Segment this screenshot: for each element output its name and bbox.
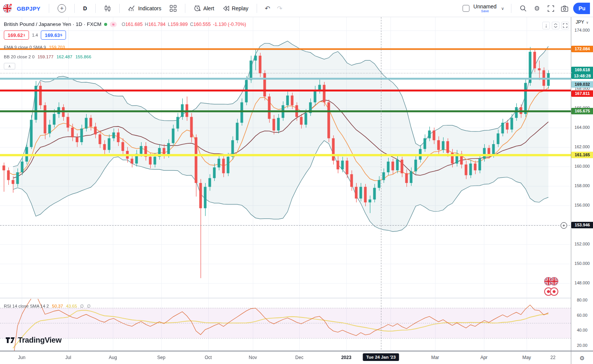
time-axis-settings[interactable]: ⚙ xyxy=(571,351,593,364)
grid-layout-icon xyxy=(170,5,177,12)
rsi-tick: 20.00 xyxy=(571,343,593,348)
buy-button[interactable]: 169.635 xyxy=(41,30,66,40)
spread-value: 1.4 xyxy=(32,33,38,37)
gbp-flag-icon xyxy=(3,4,11,13)
chevron-down-icon[interactable]: ∨ xyxy=(501,6,504,11)
time-axis[interactable]: Tue 24 Jan '23 ⚙ JunJulAugSepOctNovDec20… xyxy=(0,351,593,364)
close-label: C xyxy=(190,22,193,27)
rsi-legend[interactable]: RSI 14 close SMA 14 2 50.37 43.65 ∅ ∅ xyxy=(4,303,91,309)
tradingview-logo[interactable]: TradingView xyxy=(5,336,61,345)
candlestick-icon xyxy=(104,5,111,12)
symbol-title[interactable]: British Pound / Japanese Yen · 1D · FXCM xyxy=(4,21,101,27)
interval-button[interactable]: D xyxy=(80,4,90,13)
sell-button[interactable]: 169.621 xyxy=(4,30,29,40)
replay-button[interactable]: Replay xyxy=(220,4,252,13)
crosshair-plus-button[interactable]: + xyxy=(561,222,567,229)
search-button[interactable] xyxy=(518,3,528,13)
collapse-legend-button[interactable]: ∧ xyxy=(4,63,15,69)
chart-style-button[interactable] xyxy=(101,3,114,14)
chart-pane[interactable]: British Pound / Japanese Yen · 1D · FXCM… xyxy=(0,17,571,351)
alert-label: Alert xyxy=(203,5,214,11)
time-label: Jun xyxy=(18,355,25,360)
axis-currency-menu[interactable]: JPY ∨ xyxy=(571,19,593,25)
redo-button[interactable]: ↷ xyxy=(275,3,284,13)
symbol-flags-watermark xyxy=(544,277,558,297)
chevron-down-icon: ∨ xyxy=(586,21,589,24)
undo-button[interactable]: ↶ xyxy=(262,3,272,13)
ask-price: 169.63 xyxy=(45,32,60,38)
countdown-badge: 13:48:28 xyxy=(571,73,593,79)
bb-legend[interactable]: BB 20 close 2 0 159.177 162.487 155.866 xyxy=(4,55,246,59)
indicators-label: Indicators xyxy=(138,5,161,11)
alert-button[interactable]: Alert xyxy=(191,3,217,14)
price-tick: 162.000 xyxy=(571,144,593,149)
symbol-name: GBPJPY xyxy=(17,5,40,12)
chart-legend: British Pound / Japanese Yen · 1D · FXCM… xyxy=(4,21,246,69)
rsi-empty-2: ∅ xyxy=(87,303,91,309)
layout-grid-button[interactable] xyxy=(167,3,180,13)
separator xyxy=(185,4,185,13)
settings-button[interactable]: ⚙ xyxy=(532,3,542,13)
snapshot-button[interactable] xyxy=(559,3,569,13)
collapse-pane-button[interactable] xyxy=(552,22,559,29)
separator xyxy=(119,4,120,13)
save-layout-checkbox[interactable] xyxy=(463,5,469,12)
high-label: H xyxy=(145,22,148,27)
price-tick: 152.000 xyxy=(571,242,593,246)
price-badge: 167.811 xyxy=(571,90,593,97)
close-value: 160.555 xyxy=(193,22,211,27)
ema-label: EMA 9 close 0 SMA 9 xyxy=(4,45,46,50)
bid-price: 169.62 xyxy=(8,32,23,38)
time-label: Apr xyxy=(481,355,488,360)
bb-label: BB 20 close 2 0 xyxy=(4,55,35,59)
time-label: Dec xyxy=(295,355,303,360)
approx-data-icon[interactable]: ≈ xyxy=(110,22,117,27)
price-badge: 169.618 xyxy=(571,67,593,73)
price-axis[interactable]: JPY ∨ 174.000172.000170.000168.000166.00… xyxy=(571,17,593,351)
scroll-to-recent-button[interactable]: ↓ xyxy=(542,22,550,29)
tradingview-app: GBPJPY + D xyxy=(0,0,593,364)
top-toolbar: GBPJPY + D xyxy=(0,0,593,17)
replay-label: Replay xyxy=(232,5,249,11)
layout-name-menu[interactable]: Unnamed Save xyxy=(473,4,497,13)
fullscreen-button[interactable] xyxy=(546,3,556,13)
price-tick: 158.000 xyxy=(571,183,593,188)
indicators-button[interactable]: Indicators xyxy=(125,3,164,13)
pane-controls: ↓ xyxy=(542,22,569,29)
rsi-tick: 40.00 xyxy=(571,328,593,332)
replay-icon xyxy=(223,5,230,11)
ema-legend[interactable]: EMA 9 close 0 SMA 9 159.703 xyxy=(4,45,246,50)
open-value: 161.685 xyxy=(125,22,143,27)
maximize-pane-button[interactable] xyxy=(561,22,569,29)
change-value: -1.130 (-0.70%) xyxy=(213,22,246,27)
notification-dot xyxy=(10,3,12,6)
fullscreen-icon xyxy=(548,5,554,12)
price-badge: 161.165 xyxy=(571,152,593,158)
high-value: 161.784 xyxy=(148,22,166,27)
ohlc-values: O161.685 H161.784 L159.989 C160.555 -1.1… xyxy=(122,22,246,27)
time-label: Aug xyxy=(109,355,117,360)
camera-icon xyxy=(561,5,568,12)
rsi-sma-value: 43.65 xyxy=(66,304,77,308)
price-badge: 165.675 xyxy=(571,108,593,114)
ask-sup: 5 xyxy=(60,33,62,37)
collapse-icon xyxy=(553,23,558,28)
time-label: 2023 xyxy=(341,355,352,360)
symbol-button[interactable]: GBPJPY xyxy=(14,4,43,13)
compare-add-button[interactable]: + xyxy=(55,3,69,14)
save-label: Save xyxy=(481,10,489,13)
publish-button[interactable]: Pu xyxy=(573,3,590,14)
rsi-empty-1: ∅ xyxy=(80,303,84,309)
maximize-icon xyxy=(563,23,567,28)
indicators-icon xyxy=(128,5,136,12)
currency-label: JPY xyxy=(576,19,584,25)
low-label: L xyxy=(168,22,170,27)
market-status-icon[interactable] xyxy=(104,23,107,26)
separator xyxy=(74,4,75,13)
price-tick: 148.000 xyxy=(571,281,593,285)
plus-circle-icon: + xyxy=(58,4,66,13)
gbp-flag-icon xyxy=(550,277,558,285)
tradingview-mark-icon xyxy=(5,336,15,345)
alarm-clock-icon xyxy=(194,5,201,12)
separator xyxy=(511,4,511,13)
